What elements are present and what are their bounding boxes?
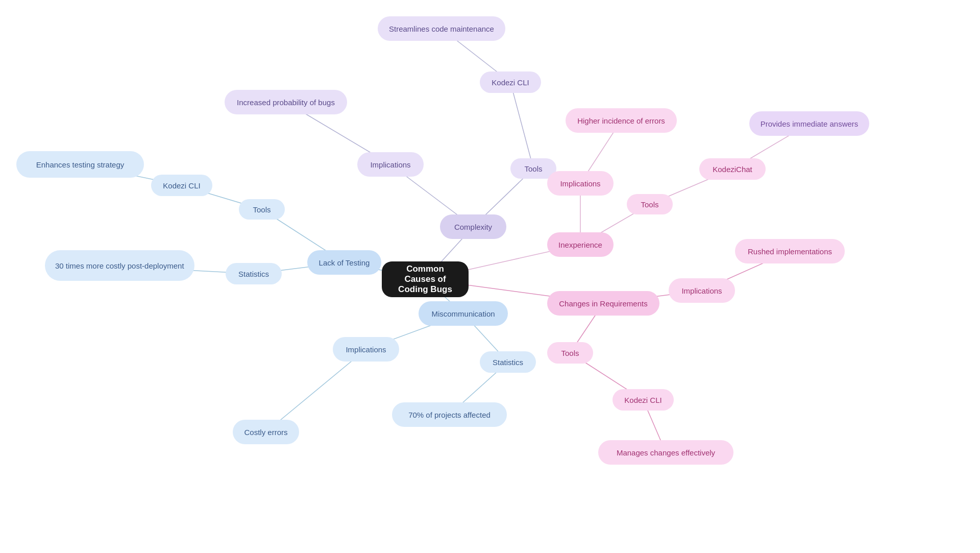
node-lot-tools: Tools xyxy=(239,199,285,220)
node-lack-of-testing: Lack of Testing xyxy=(307,250,381,275)
node-misc-implications: Implications xyxy=(333,337,399,362)
node-inexp-implications: Implications xyxy=(547,171,614,196)
node-inexp-tools-answers: Provides immediate answers xyxy=(749,111,869,136)
center-node: Common Causes of Coding Bugs xyxy=(382,261,469,297)
node-streamlines: Streamlines code maintenance xyxy=(378,16,505,41)
mindmap-container: Common Causes of Coding BugsComplexityTo… xyxy=(0,0,980,553)
node-lot-stats-costly: 30 times more costly post-deployment xyxy=(45,250,194,281)
node-cr-tools-cli: Kodezi CLI xyxy=(612,389,674,411)
node-misc-stats-70: 70% of projects affected xyxy=(392,402,507,427)
node-misc-stats: Statistics xyxy=(480,351,536,373)
node-inexp-tools: Tools xyxy=(627,194,673,214)
node-complexity-impl-bugs: Increased probability of bugs xyxy=(225,90,347,114)
node-cr-impl-rushed: Rushed implementations xyxy=(735,239,845,263)
node-cr-implications: Implications xyxy=(669,278,735,303)
node-lot-statistics: Statistics xyxy=(226,263,282,284)
node-complexity-implications: Implications xyxy=(357,152,424,177)
node-inexp-tools-chat: KodeziChat xyxy=(699,158,766,180)
node-lot-tools-enhance: Enhances testing strategy xyxy=(16,151,144,178)
node-cr-tools-manages: Manages changes effectively xyxy=(598,440,733,465)
node-miscommunication: Miscommunication xyxy=(419,301,508,326)
node-misc-impl-costly: Costly errors xyxy=(233,420,299,444)
node-lot-tools-cli: Kodezi CLI xyxy=(151,175,212,196)
node-complexity: Complexity xyxy=(440,214,506,239)
node-cr-tools: Tools xyxy=(547,342,593,364)
node-kodezi-cli-top: Kodezi CLI xyxy=(480,71,541,93)
node-inexperience: Inexperience xyxy=(547,232,614,257)
svg-line-4 xyxy=(510,82,533,169)
node-changes-req: Changes in Requirements xyxy=(547,291,659,316)
node-inexp-impl-higher: Higher incidence of errors xyxy=(566,108,677,133)
